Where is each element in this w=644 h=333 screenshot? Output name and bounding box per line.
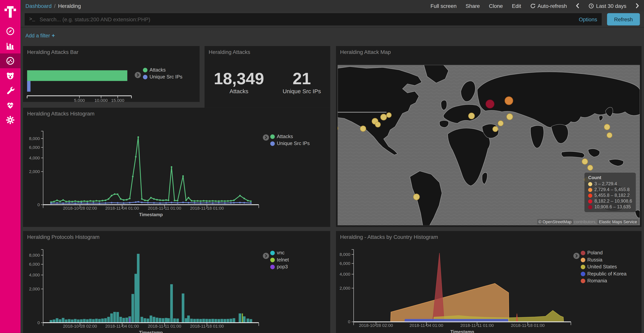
edit-button[interactable]: Edit — [512, 3, 521, 9]
legend-toggle-button[interactable] — [135, 72, 141, 78]
attack-location-dot[interactable] — [413, 193, 420, 200]
bar-vnc[interactable] — [98, 319, 101, 323]
attack-location-dot[interactable] — [504, 96, 513, 105]
refresh-button[interactable]: Refresh — [607, 13, 640, 26]
attack-location-dot[interactable] — [375, 122, 381, 127]
attribution-link[interactable]: © OpenStreetMap — [537, 219, 573, 224]
sidebar-item-discover[interactable] — [0, 24, 20, 39]
bar-vnc[interactable] — [224, 319, 226, 323]
bar-vnc[interactable] — [150, 315, 152, 323]
bar-vnc[interactable] — [159, 318, 162, 323]
bar-vnc[interactable] — [113, 312, 116, 323]
bar-vnc[interactable] — [140, 317, 143, 323]
attack-location-dot[interactable] — [380, 114, 387, 120]
bar-vnc[interactable] — [193, 319, 196, 323]
legend-item-attacks[interactable]: Attacks — [270, 134, 310, 139]
attack-location-dot[interactable] — [492, 126, 498, 132]
bar-vnc[interactable] — [233, 318, 235, 323]
bar-vnc[interactable] — [132, 294, 134, 323]
sidebar-item-dev-tools[interactable] — [0, 83, 20, 98]
bar-vnc[interactable] — [104, 318, 107, 323]
bar-vnc[interactable] — [176, 318, 179, 323]
bar-vnc[interactable] — [190, 318, 193, 323]
bar-vnc[interactable] — [185, 318, 188, 323]
sidebar-item-monitoring[interactable] — [0, 98, 20, 113]
bar-vnc[interactable] — [59, 319, 62, 323]
hbar-unique-src-ips[interactable] — [27, 81, 30, 92]
bar-pop3[interactable] — [129, 318, 130, 323]
bar-vnc[interactable] — [182, 293, 184, 323]
attack-location-dot[interactable] — [486, 99, 494, 108]
bar-vnc[interactable] — [162, 318, 164, 323]
attack-location-dot[interactable] — [606, 132, 612, 138]
bar-vnc[interactable] — [116, 312, 119, 323]
legend-item-romania[interactable]: Romania — [581, 278, 626, 283]
bar-vnc[interactable] — [62, 318, 64, 323]
breadcrumb-dashboard-link[interactable]: Dashboard — [26, 3, 52, 9]
bar-vnc[interactable] — [80, 319, 82, 323]
attack-location-dot[interactable] — [604, 124, 610, 130]
world-map[interactable]: + − — [338, 65, 640, 225]
time-range-prev-button[interactable] — [576, 3, 580, 9]
bar-vnc[interactable] — [71, 319, 74, 323]
attacks-histogram-chart[interactable]: 02,0004,0006,0008,0002018-10-28 02:00201… — [23, 108, 330, 227]
auto-refresh-button[interactable]: Auto-refresh — [530, 3, 567, 9]
bar-vnc[interactable] — [134, 274, 137, 323]
hbar-attacks[interactable] — [27, 70, 127, 81]
bar-vnc[interactable] — [110, 313, 113, 323]
full-screen-button[interactable]: Full screen — [430, 3, 456, 9]
area-poland[interactable] — [432, 253, 444, 322]
bar-vnc[interactable] — [89, 319, 92, 323]
bar-telnet[interactable] — [242, 313, 243, 323]
attack-location-dot[interactable] — [386, 112, 392, 118]
attack-location-dot[interactable] — [498, 120, 504, 126]
bar-vnc[interactable] — [214, 319, 217, 323]
bar-vnc[interactable] — [83, 319, 86, 323]
sidebar-item-management[interactable] — [0, 113, 20, 127]
legend-toggle-button[interactable] — [573, 253, 580, 259]
sidebar-item-bear[interactable] — [0, 68, 20, 83]
bar-vnc[interactable] — [92, 319, 95, 323]
protocols-histogram-chart[interactable]: 02,0004,0006,0008,0002018-10-28 02:00201… — [23, 231, 330, 333]
legend-toggle-button[interactable] — [263, 253, 269, 259]
bar-vnc[interactable] — [120, 317, 122, 323]
bar-vnc[interactable] — [95, 318, 98, 323]
bar-vnc[interactable] — [208, 319, 211, 323]
bar-vnc[interactable] — [196, 319, 199, 323]
clone-button[interactable]: Clone — [489, 3, 503, 9]
bar-vnc[interactable] — [125, 318, 128, 323]
legend-item-attacks[interactable]: Attacks — [143, 67, 182, 72]
options-link[interactable]: Options — [579, 16, 597, 23]
bar-vnc[interactable] — [152, 317, 155, 323]
t-mobile-logo[interactable] — [0, 0, 20, 24]
bar-vnc[interactable] — [187, 315, 190, 323]
bar-vnc[interactable] — [107, 317, 110, 323]
add-filter-link[interactable]: Add a filter+ — [26, 32, 55, 38]
bar-vnc[interactable] — [137, 254, 140, 323]
bar-vnc[interactable] — [173, 318, 176, 323]
bar-vnc[interactable] — [144, 318, 146, 323]
bar-vnc[interactable] — [218, 319, 220, 323]
search-input[interactable] — [39, 16, 575, 23]
legend-toggle-button[interactable] — [263, 134, 269, 141]
bar-vnc[interactable] — [146, 318, 149, 323]
legend-item-united-states[interactable]: United States — [581, 264, 626, 269]
area-romania[interactable] — [516, 314, 518, 322]
time-range-button[interactable]: Last 30 days — [588, 3, 626, 9]
bar-vnc[interactable] — [77, 319, 80, 323]
bar-vnc[interactable] — [56, 318, 58, 323]
bar-vnc[interactable] — [165, 318, 168, 323]
bar-vnc[interactable] — [212, 319, 214, 323]
attack-location-dot[interactable] — [588, 165, 593, 171]
bar-vnc[interactable] — [243, 316, 246, 323]
bar-vnc[interactable] — [199, 319, 202, 323]
attack-location-dot[interactable] — [582, 158, 588, 165]
time-range-next-button[interactable] — [636, 3, 639, 9]
bar-vnc[interactable] — [167, 318, 170, 323]
legend-item-unique-src-ips[interactable]: Unique Src IPs — [143, 74, 182, 79]
bar-vnc[interactable] — [250, 319, 252, 323]
bar-vnc[interactable] — [239, 313, 241, 323]
line-attacks[interactable] — [51, 137, 251, 202]
attack-location-dot[interactable] — [506, 113, 513, 120]
attribution-link[interactable]: Elastic Maps Service — [598, 219, 638, 224]
